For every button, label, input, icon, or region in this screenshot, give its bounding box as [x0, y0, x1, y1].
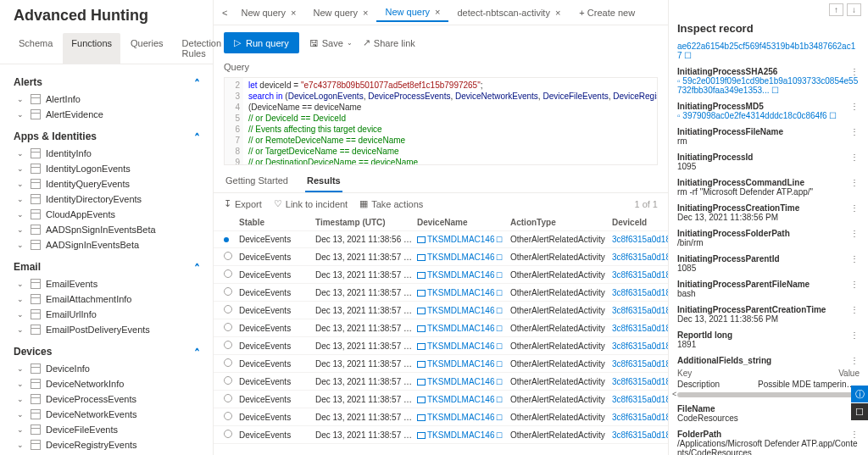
row-radio[interactable]: [224, 394, 232, 402]
column-header[interactable]: Stable: [239, 218, 315, 227]
device-link[interactable]: TKSMDLMAC146: [427, 288, 494, 297]
link-incident-button[interactable]: ♡Link to incident: [274, 198, 348, 209]
horizontal-scrollbar[interactable]: [677, 392, 860, 397]
sidebar-tab-schema[interactable]: Schema: [10, 33, 61, 64]
take-actions-button[interactable]: ▦Take actions: [359, 198, 423, 209]
table-row[interactable]: DeviceEventsDec 13, 2021 11:38:57 P...TK…: [214, 337, 668, 355]
more-icon[interactable]: ⋮: [850, 254, 860, 264]
device-link[interactable]: TKSMDLMAC146: [427, 377, 494, 386]
deviceid-link[interactable]: 3c8f6315a0d186...: [612, 395, 668, 404]
close-tab-icon[interactable]: ×: [363, 8, 368, 18]
schema-item-devicefileevents[interactable]: ⌄DeviceFileEvents: [14, 422, 199, 437]
open-external-icon[interactable]: ☐: [496, 325, 503, 333]
deviceid-link[interactable]: 3c8f6315a0d186...: [612, 377, 668, 386]
row-radio[interactable]: [224, 358, 232, 367]
close-tab-icon[interactable]: ×: [435, 7, 440, 17]
run-query-button[interactable]: ▷ Run query: [224, 32, 299, 53]
column-header[interactable]: DeviceName: [417, 218, 510, 227]
more-icon[interactable]: ⋮: [850, 330, 860, 340]
deviceid-link[interactable]: 3c8f6315a0d186...: [612, 288, 668, 297]
schema-item-emailattachmentinfo[interactable]: ⌄EmailAttachmentInfo: [14, 291, 199, 307]
table-row[interactable]: DeviceEventsDec 13, 2021 11:38:57 P...TK…: [214, 426, 668, 444]
tab-results[interactable]: Results: [305, 170, 342, 192]
more-icon[interactable]: ⋮: [850, 127, 860, 136]
table-row[interactable]: DeviceEventsDec 13, 2021 11:38:57 P...TK…: [214, 373, 668, 391]
row-radio[interactable]: [224, 305, 232, 314]
open-external-icon[interactable]: ☐: [496, 431, 503, 440]
row-radio[interactable]: [224, 341, 232, 349]
schema-item-alertinfo[interactable]: ⌄AlertInfo: [14, 92, 199, 107]
device-link[interactable]: TKSMDLMAC146: [427, 395, 494, 404]
table-row[interactable]: DeviceEventsDec 13, 2021 11:38:56 P...TK…: [214, 231, 668, 248]
sidebar-tab-functions[interactable]: Functions: [63, 33, 120, 64]
sidebar-tab-queries[interactable]: Queries: [122, 33, 172, 64]
more-icon[interactable]: ⋮: [850, 153, 860, 162]
inspector-top-link[interactable]: ae622a6154b25cf569f45319b4b1b3487662ac17: [677, 42, 855, 60]
feedback-button[interactable]: ☐: [851, 403, 868, 420]
schema-tree[interactable]: Alerts˄⌄AlertInfo⌄AlertEvidenceApps & Id…: [0, 64, 213, 455]
schema-item-aadspnsignineventsbeta[interactable]: ⌄AADSpnSignInEventsBeta: [14, 222, 199, 237]
more-icon[interactable]: ⋮: [850, 102, 860, 111]
save-query-button[interactable]: 🖫 Save ⌄: [309, 38, 353, 48]
share-link-button[interactable]: ↗ Share link: [363, 37, 415, 48]
device-link[interactable]: TKSMDLMAC146: [427, 270, 494, 280]
device-link[interactable]: TKSMDLMAC146: [427, 413, 494, 422]
field-value[interactable]: ▫ 59c2e0019f09e1cd9be1b9a1093733c0854e55…: [677, 76, 860, 95]
open-external-icon[interactable]: ☐: [496, 360, 503, 369]
schema-item-devicenetworkinfo[interactable]: ⌄DeviceNetworkInfo: [14, 376, 199, 391]
prev-record-button[interactable]: ↑: [829, 3, 843, 16]
table-row[interactable]: DeviceEventsDec 13, 2021 11:38:57 P...TK…: [214, 248, 668, 266]
open-external-icon[interactable]: ☐: [496, 289, 503, 297]
open-external-icon[interactable]: ☐: [684, 51, 692, 60]
schema-item-deviceprocessevents[interactable]: ⌄DeviceProcessEvents: [14, 391, 199, 407]
row-radio[interactable]: [224, 237, 229, 242]
schema-item-deviceregistryevents[interactable]: ⌄DeviceRegistryEvents: [14, 437, 199, 452]
deviceid-link[interactable]: 3c8f6315a0d186...: [612, 341, 668, 351]
table-row[interactable]: DeviceEventsDec 13, 2021 11:38:57 P...TK…: [214, 284, 668, 302]
schema-item-devicenetworkevents[interactable]: ⌄DeviceNetworkEvents: [14, 407, 199, 422]
open-external-icon[interactable]: ☐: [496, 378, 503, 386]
next-record-button[interactable]: ↓: [847, 3, 861, 16]
more-icon[interactable]: ⋮: [850, 280, 860, 289]
create-new-query[interactable]: + Create new: [570, 4, 643, 21]
close-tab-icon[interactable]: ×: [555, 8, 560, 18]
row-radio[interactable]: [224, 252, 232, 260]
query-tab[interactable]: New query×: [376, 3, 448, 22]
open-external-icon[interactable]: ☐: [496, 253, 503, 262]
open-external-icon[interactable]: ☐: [496, 307, 503, 315]
more-icon[interactable]: ⋮: [850, 430, 860, 439]
deviceid-link[interactable]: 3c8f6315a0d186...: [612, 270, 668, 280]
schema-item-emailurlinfo[interactable]: ⌄EmailUrlInfo: [14, 307, 199, 322]
row-radio[interactable]: [224, 323, 232, 331]
query-tab[interactable]: New query×: [232, 3, 304, 22]
schema-item-cloudappevents[interactable]: ⌄CloudAppEvents: [14, 207, 199, 222]
deviceid-link[interactable]: 3c8f6315a0d186...: [612, 359, 668, 369]
more-icon[interactable]: ⋮: [850, 67, 860, 76]
device-link[interactable]: TKSMDLMAC146: [427, 324, 494, 333]
more-icon[interactable]: ⋮: [850, 203, 860, 213]
field-value[interactable]: ▫ 3979098ac0e2fe4314dddc18c0c864f6 ☐: [677, 111, 860, 120]
open-external-icon[interactable]: ☐: [496, 236, 503, 244]
row-radio[interactable]: [224, 269, 232, 278]
schema-item-deviceinfo[interactable]: ⌄DeviceInfo: [14, 361, 199, 376]
more-icon[interactable]: ⋮: [850, 305, 860, 314]
query-tab[interactable]: New query×: [304, 3, 376, 22]
column-header[interactable]: DeviceId: [612, 218, 668, 227]
tab-getting-started[interactable]: Getting Started: [224, 170, 290, 192]
deviceid-link[interactable]: 3c8f6315a0d186...: [612, 413, 668, 422]
deviceid-link[interactable]: 3c8f6315a0d186...: [612, 324, 668, 333]
table-row[interactable]: DeviceEventsDec 13, 2021 11:38:57 P...TK…: [214, 391, 668, 408]
device-link[interactable]: TKSMDLMAC146: [427, 306, 494, 315]
column-header[interactable]: Timestamp (UTC): [315, 218, 417, 227]
query-tab[interactable]: detect-nbtscan-activity×: [448, 3, 569, 22]
schema-item-identitylogonevents[interactable]: ⌄IdentityLogonEvents: [14, 161, 199, 176]
column-header[interactable]: ActionType: [510, 218, 612, 227]
more-icon[interactable]: ⋮: [850, 356, 860, 365]
section-devices[interactable]: Devices˄: [14, 337, 199, 361]
table-row[interactable]: DeviceEventsDec 13, 2021 11:38:57 P...TK…: [214, 408, 668, 426]
table-row[interactable]: DeviceEventsDec 13, 2021 11:38:57 P...TK…: [214, 302, 668, 319]
query-editor[interactable]: 234567891011 let deviceId = "e7c43778b09…: [224, 77, 658, 165]
help-button[interactable]: ⓘ: [851, 386, 868, 402]
row-radio[interactable]: [224, 430, 232, 438]
section-email[interactable]: Email˄: [14, 252, 199, 276]
